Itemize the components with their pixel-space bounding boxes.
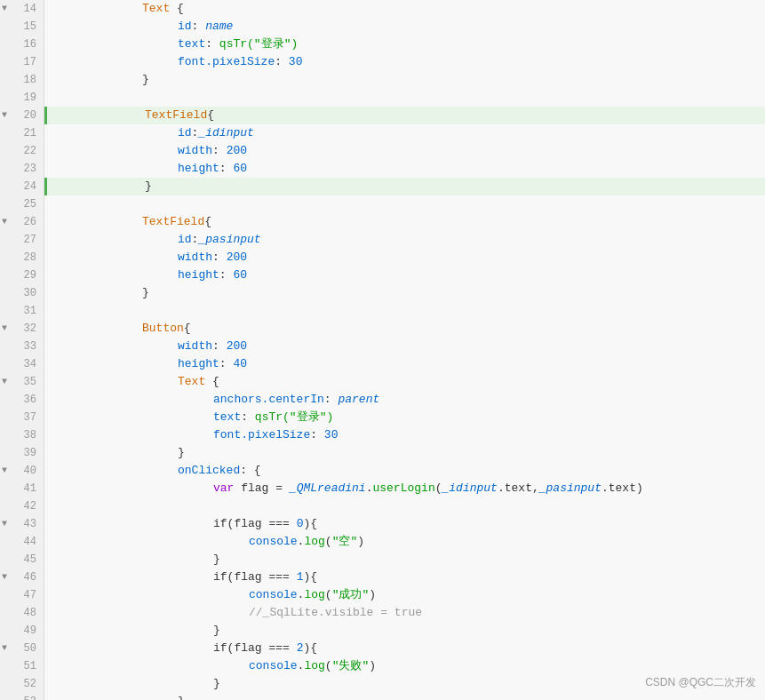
token-num-17: 30	[289, 53, 303, 71]
code-line-32: Button{	[53, 320, 765, 338]
code-line-38: font.pixelSize: 30	[53, 426, 765, 444]
fold-arrow-46[interactable]: ▼	[2, 569, 7, 586]
code-line-41: var flag = _QMLreadini.userLogin(_idinpu…	[53, 480, 765, 497]
token-qmlreadini-41: _QMLreadini	[290, 480, 366, 497]
token-if-50: if	[213, 640, 227, 657]
token-log-47: log	[304, 586, 324, 604]
token-name-15: name	[205, 18, 233, 36]
token-brace-18: }	[142, 71, 149, 89]
token-brace-45: }	[213, 551, 220, 569]
code-line-24: }	[44, 178, 765, 195]
line-45: 45	[0, 551, 44, 569]
line-33: 33	[0, 338, 44, 355]
token-brace-53: }	[178, 693, 185, 700]
code-line-17: font.pixelSize: 30	[53, 53, 765, 71]
fold-arrow-32[interactable]: ▼	[2, 320, 7, 338]
token-button-32: Button	[142, 320, 184, 338]
line-24: 24	[0, 178, 44, 195]
code-line-42	[53, 497, 765, 515]
code-area[interactable]: Text { id: name text: qsTr("登录") font.pi…	[44, 0, 765, 700]
code-line-16: text: qsTr("登录")	[53, 36, 765, 53]
token-id-21: id	[178, 124, 192, 142]
code-line-30: }	[53, 284, 765, 302]
token-str-47: "成功"	[332, 586, 370, 604]
token-text-prop-37: text	[213, 409, 241, 426]
line-35: ▼35	[0, 373, 44, 391]
token-var-41: var	[213, 480, 234, 497]
token-onclicked-40: onClicked	[178, 462, 240, 480]
code-line-19	[53, 89, 765, 107]
token-text-35: Text	[178, 373, 205, 391]
line-25: 25	[0, 195, 44, 213]
line-49: 49	[0, 622, 44, 640]
line-23: 23	[0, 160, 44, 178]
token-30-38: 30	[324, 426, 339, 444]
line-36: 36	[0, 391, 44, 409]
token-qstr-16: qsTr("登录")	[219, 36, 298, 53]
token-pasinput-41: _pasinput	[539, 480, 602, 497]
line-21: 21	[0, 124, 44, 142]
line-26: ▼26	[0, 213, 44, 231]
line-17: 17	[0, 53, 44, 71]
fold-arrow-26[interactable]: ▼	[2, 213, 7, 231]
token-userfunc-41: userLogin	[372, 480, 434, 497]
token-width-28: width	[178, 249, 212, 266]
line-14: ▼14	[0, 0, 44, 18]
token-40-34: 40	[233, 355, 247, 373]
token-brace-30: }	[142, 284, 149, 302]
code-line-49: }	[53, 622, 765, 640]
token-200-33: 200	[227, 338, 247, 355]
token-id-27: id	[178, 231, 192, 249]
token-font-17: font.pixelSize	[178, 53, 275, 71]
code-line-48: //_SqlLite.visible = true	[53, 604, 765, 622]
token-brace-39: }	[178, 444, 185, 462]
line-15: 15	[0, 18, 44, 36]
token-width-33: width	[178, 338, 212, 355]
code-line-46: if(flag === 1){	[53, 569, 765, 586]
token-comment-48: //_SqlLite.visible = true	[249, 604, 422, 622]
token-text-14: Text	[142, 0, 170, 18]
code-line-25	[53, 195, 765, 213]
token-60-23: 60	[233, 160, 247, 178]
line-48: 48	[0, 604, 44, 622]
line-18: 18	[0, 71, 44, 89]
line-46: ▼46	[0, 569, 44, 586]
code-line-45: }	[53, 551, 765, 569]
fold-arrow-50[interactable]: ▼	[2, 640, 7, 657]
code-line-35: Text {	[53, 373, 765, 391]
line-30: 30	[0, 284, 44, 302]
code-line-14: Text {	[53, 0, 765, 18]
line-47: 47	[0, 586, 44, 604]
line-42: 42	[0, 497, 44, 515]
token-log-44: log	[304, 533, 324, 551]
token-font-38: font.pixelSize	[213, 426, 310, 444]
token-200-22: 200	[227, 142, 247, 160]
code-line-40: onClicked: {	[53, 462, 765, 480]
token-height-23: height	[178, 160, 219, 178]
token-anchors-36: anchors.centerIn	[213, 391, 324, 409]
token-console-47: console	[249, 586, 298, 604]
code-line-53: }	[53, 693, 765, 700]
token-textfield-20: TextField	[145, 107, 207, 124]
code-line-47: console.log("成功")	[53, 586, 765, 604]
fold-arrow-40[interactable]: ▼	[2, 462, 7, 480]
fold-arrow-43[interactable]: ▼	[2, 515, 7, 533]
token-two-50: 2	[297, 640, 304, 657]
line-38: 38	[0, 426, 44, 444]
line-20: ▼20	[0, 107, 44, 124]
fold-arrow-20[interactable]: ▼	[2, 107, 7, 124]
line-31: 31	[0, 302, 44, 320]
code-line-51: console.log("失败")	[53, 657, 765, 675]
line-28: 28	[0, 249, 44, 266]
fold-arrow-35[interactable]: ▼	[2, 373, 7, 391]
token-log-51: log	[304, 657, 324, 675]
code-line-29: height: 60	[53, 266, 765, 284]
code-line-18: }	[53, 71, 765, 89]
token-console-44: console	[249, 533, 298, 551]
line-43: ▼43	[0, 515, 44, 533]
line-41: 41	[0, 480, 44, 497]
watermark: CSDN @QGC二次开发	[645, 673, 756, 691]
token-height-29: height	[178, 266, 219, 284]
token-brace-49: }	[213, 622, 220, 640]
fold-arrow-14[interactable]: ▼	[2, 0, 7, 18]
